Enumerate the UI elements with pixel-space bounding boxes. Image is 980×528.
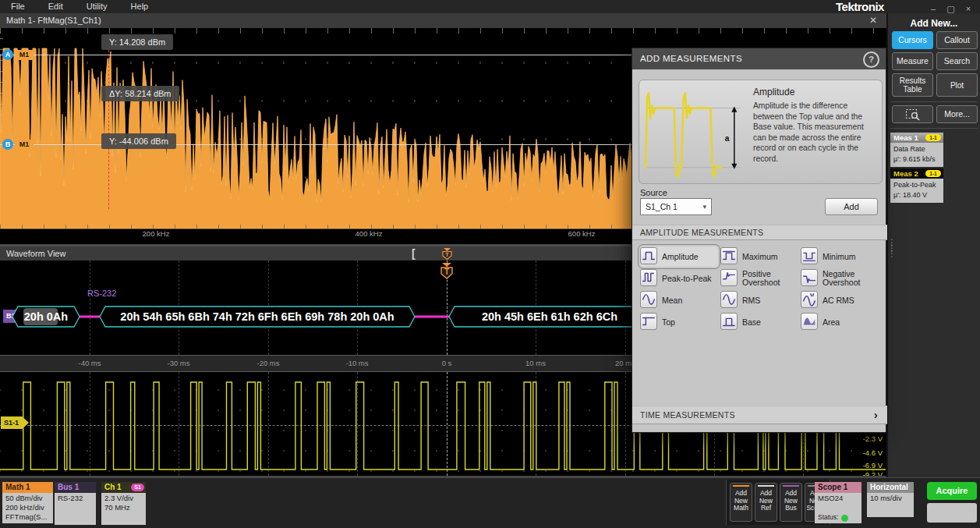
source-color-strip <box>733 485 749 487</box>
menu-edit[interactable]: Edit <box>48 0 63 13</box>
acrms-icon <box>801 291 818 308</box>
menu-utility[interactable]: Utility <box>87 0 108 13</box>
sidebar-button-search[interactable]: Search <box>936 52 978 70</box>
acquire-slot <box>927 503 977 523</box>
math1-scale: 50 dBm/div <box>5 494 53 503</box>
measurement-label: Maximum <box>742 253 778 261</box>
measurement-ac-rms[interactable]: AC RMS <box>801 290 879 310</box>
amplitude-section-header: AMPLITUDE MEASUREMENTS <box>632 225 887 240</box>
time-tick-label: -40 ms <box>78 359 101 367</box>
measurement-label: Positive Overshoot <box>742 270 798 287</box>
sidebar-button-measure[interactable]: Measure <box>892 52 933 70</box>
measurement-base[interactable]: Base <box>720 312 798 332</box>
sidebar-button-plot[interactable]: Plot <box>936 73 978 97</box>
meas2-type: Peak-to-Peak <box>893 180 943 190</box>
ch1-name: Ch 1 <box>104 483 122 491</box>
measurement-minimum[interactable]: Minimum <box>801 246 879 267</box>
measurement-rms[interactable]: RMS <box>720 290 798 310</box>
status-dot <box>841 515 848 522</box>
sidebar-separator <box>890 101 978 102</box>
voltage-label: -4.6 V <box>863 448 883 457</box>
meas2-value: µ': 18.40 V <box>893 190 943 200</box>
add-new-bus-button[interactable]: AddNewBus <box>780 483 802 522</box>
time-section-header[interactable]: TIME MEASUREMENTS › <box>632 406 887 424</box>
measurement-mean[interactable]: Mean <box>640 290 718 310</box>
sidebar-button-cursors[interactable]: Cursors <box>892 31 933 49</box>
acquire-button[interactable]: Acquire <box>927 482 977 500</box>
measurement-maximum[interactable]: Maximum <box>720 246 798 267</box>
p2p-icon <box>640 269 657 286</box>
trigger-position-icon[interactable]: T <box>440 247 454 260</box>
measurement-amplitude[interactable]: Amplitude <box>640 246 718 267</box>
sine-icon <box>640 291 657 308</box>
meas1-badge[interactable]: Meas 1 1-1 Data Rate µ': 9.615 kb/s <box>890 133 943 167</box>
measurement-peak-to-peak[interactable]: Peak-to-Peak <box>640 268 718 289</box>
add-button[interactable]: Add <box>825 198 878 215</box>
time-section-label: TIME MEASUREMENTS <box>640 410 735 420</box>
chevron-down-icon: ▾ <box>702 199 706 214</box>
cursor-b-readout: Y: -44.006 dBm <box>101 133 176 149</box>
bus1-name: Bus 1 <box>55 482 96 493</box>
top-icon <box>640 313 657 330</box>
measurement-positive-overshoot[interactable]: Positive Overshoot <box>720 268 798 289</box>
measurement-top[interactable]: Top <box>640 312 718 332</box>
meas1-source-pill: 1-1 <box>925 134 941 141</box>
sidebar-button-results-table[interactable]: Results Table <box>892 73 933 97</box>
freq-tick-label: 400 kHz <box>356 229 383 238</box>
bus-packet-1: 20h 0Ah <box>24 310 68 323</box>
bus1-type: RS-232 <box>58 494 96 503</box>
math-view-title: Math 1- FftMag(S1_Ch1) <box>6 13 886 28</box>
sidebar-button-more[interactable]: More... <box>936 105 978 123</box>
meas1-value: µ': 9.615 kb/s <box>893 154 943 165</box>
sidebar-button-callout[interactable]: Callout <box>936 31 978 49</box>
measurement-label: Area <box>823 318 840 327</box>
add-new-ref-button[interactable]: AddNewRef <box>755 483 777 522</box>
svg-text:T: T <box>444 268 449 276</box>
horizontal-badge[interactable]: Horizontal 10 ms/div <box>867 482 914 517</box>
measurement-label: Top <box>662 318 675 327</box>
ch1-source-pill: S1 <box>131 484 144 491</box>
menu-file[interactable]: File <box>11 0 25 13</box>
zoom-bracket-left: [ <box>412 246 416 260</box>
ch1-badge[interactable]: Ch 1 S1 2.3 V/div 70 MHz <box>101 482 146 525</box>
math-view-close-icon[interactable]: ✕ <box>869 13 877 28</box>
novr-icon <box>801 269 818 286</box>
meas2-badge[interactable]: Meas 2 1-1 Peak-to-Peak µ': 18.40 V <box>890 168 943 203</box>
time-tick-label: -10 ms <box>345 359 368 367</box>
source-label: Source <box>640 188 667 197</box>
measurement-negative-overshoot[interactable]: Negative Overshoot <box>801 268 879 289</box>
measurement-label: Minimum <box>823 253 856 261</box>
meas1-type: Data Rate <box>893 144 943 154</box>
scope1-badge[interactable]: Scope 1 MSO24 Status: <box>815 482 861 523</box>
time-tick-label: -30 ms <box>167 359 189 367</box>
bus-name-label: RS-232 <box>87 289 116 298</box>
source-dropdown[interactable]: S1_Ch 1 ▾ <box>640 198 712 215</box>
source-color-strip <box>783 485 799 487</box>
measurement-label: AC RMS <box>823 296 854 305</box>
vertical-cursor-line[interactable] <box>108 34 109 209</box>
cursor-b-badge[interactable]: B <box>2 139 13 150</box>
tektronix-logo: Tektronix <box>836 0 884 13</box>
trigger-marker-icon[interactable]: T <box>438 262 455 282</box>
measurement-preview-card: a Amplitude Amplitude is the difference … <box>639 80 883 184</box>
horizontal-scale: 10 ms/div <box>870 494 914 503</box>
measurement-area[interactable]: Area <box>801 312 879 332</box>
cursor-a-badge[interactable]: A <box>2 49 13 60</box>
menu-help[interactable]: Help <box>131 0 149 13</box>
bus1-badge[interactable]: Bus 1 RS-232 <box>55 482 96 525</box>
meas2-source-pill: 1-1 <box>925 170 941 177</box>
voltage-label: -9.2 V <box>863 470 883 476</box>
bus-packet-2: 20h 54h 65h 6Bh 74h 72h 6Fh 6Eh 69h 78h … <box>120 310 394 323</box>
measurement-label: RMS <box>742 296 760 305</box>
math1-badge[interactable]: Math 1 50 dBm/div 200 kHz/div FFTmag(S..… <box>2 482 53 523</box>
help-icon[interactable]: ? <box>863 51 879 68</box>
add-new-math-button[interactable]: AddNewMath <box>730 483 752 522</box>
voltage-label: -6.9 V <box>863 461 883 470</box>
meas1-name: Meas 1 <box>893 133 918 142</box>
freq-tick-label: 200 kHz <box>143 229 170 238</box>
sidebar-button-zoom-select[interactable] <box>892 105 933 123</box>
panel-drag-handle[interactable]: ⋮⋮⋮ <box>887 240 897 257</box>
dialog-title[interactable]: ADD MEASUREMENTS <box>632 48 886 69</box>
math-view-header: Math 1- FftMag(S1_Ch1) ✕ <box>0 13 886 29</box>
bus-packet-3: 20h 45h 6Eh 61h 62h 6Ch <box>482 310 617 323</box>
